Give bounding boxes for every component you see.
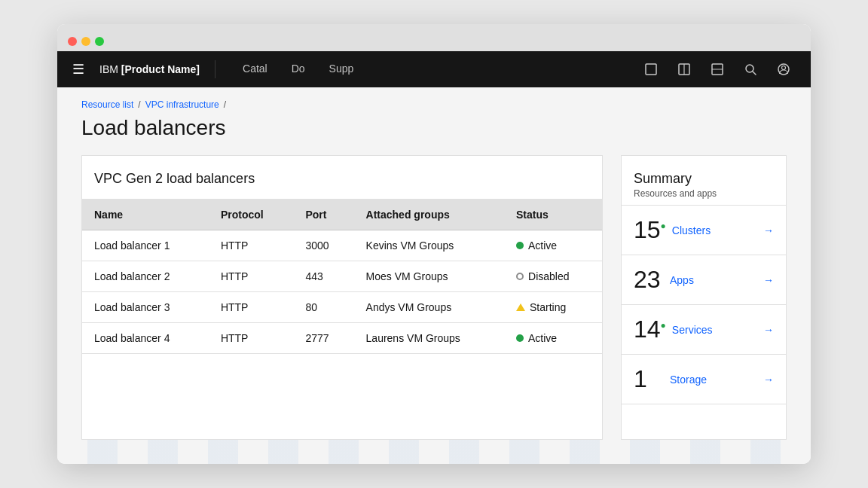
summary-label-clusters[interactable]: Clusters — [672, 224, 757, 236]
breadcrumb-vpc-infra[interactable]: VPC infrastructure — [145, 99, 219, 110]
layout1-icon — [644, 63, 658, 76]
table-body: Load balancer 1 HTTP 3000 Kevins VM Grou… — [82, 230, 602, 354]
status-label: Active — [528, 239, 557, 252]
table-row[interactable]: Load balancer 2 HTTP 443 Moes VM Groups … — [82, 261, 602, 292]
arrow-storage-icon[interactable]: → — [763, 374, 774, 386]
nav-brand: IBM [Product Name] — [99, 63, 200, 75]
summary-count-storage: 1 — [634, 365, 664, 393]
status-dot-active — [516, 242, 524, 249]
nav-link-catalog[interactable]: Catal — [231, 51, 280, 87]
summary-item-storage[interactable]: 1 Storage → — [622, 355, 786, 404]
cell-protocol: HTTP — [209, 230, 294, 261]
summary-item-clusters[interactable]: 15● Clusters → — [622, 206, 786, 255]
col-name: Name — [82, 200, 209, 230]
summary-count-apps: 23 — [634, 266, 664, 294]
page-title: Load balancers — [81, 116, 787, 140]
browser-chrome — [57, 24, 811, 51]
summary-label-apps[interactable]: Apps — [670, 274, 757, 286]
table-row[interactable]: Load balancer 1 HTTP 3000 Kevins VM Grou… — [82, 230, 602, 261]
status-label: Disabled — [528, 270, 569, 282]
search-button[interactable] — [735, 51, 766, 87]
status-dot-disabled — [516, 273, 524, 280]
side-panel: Summary Resources and apps 15● Clusters … — [621, 155, 787, 440]
breadcrumb-sep-2: / — [224, 99, 226, 110]
summary-header: Summary Resources and apps — [622, 156, 786, 206]
table-header: Name Protocol Port Attached groups Statu… — [82, 200, 602, 230]
cell-status: Active — [504, 230, 602, 261]
cell-port: 3000 — [293, 230, 353, 261]
summary-item-services[interactable]: 14● Services → — [622, 305, 786, 355]
cell-port: 80 — [293, 292, 353, 323]
dot-minimize[interactable] — [81, 37, 90, 46]
breadcrumb-resource-list[interactable]: Resource list — [81, 99, 133, 110]
summary-label-services[interactable]: Services — [672, 324, 757, 336]
search-icon — [744, 63, 757, 76]
top-nav: ☰ IBM [Product Name] Catal Do Supp — [57, 51, 811, 87]
main-panel: VPC Gen 2 load balancers Name Protocol P… — [81, 155, 603, 440]
col-protocol: Protocol — [209, 200, 294, 230]
status-label: Starting — [530, 301, 566, 313]
col-port: Port — [293, 200, 353, 230]
summary-item-apps[interactable]: 23 Apps → — [622, 255, 786, 305]
table-row[interactable]: Load balancer 3 HTTP 80 Andys VM Groups … — [82, 292, 602, 323]
arrow-apps-icon[interactable]: → — [763, 274, 774, 286]
svg-rect-0 — [646, 64, 656, 75]
layout2-button[interactable] — [669, 51, 699, 87]
nav-actions — [636, 51, 799, 87]
status-starting-3: Starting — [516, 301, 566, 313]
cell-groups: Moes VM Groups — [354, 261, 504, 292]
dot-close[interactable] — [68, 37, 77, 46]
nav-link-docs[interactable]: Do — [280, 51, 317, 87]
table-row[interactable]: Load balancer 4 HTTP 2777 Laurens VM Gro… — [82, 323, 602, 354]
svg-line-6 — [753, 72, 756, 75]
status-label: Active — [528, 332, 557, 344]
breadcrumb: Resource list / VPC infrastructure / — [81, 99, 787, 110]
cell-name: Load balancer 2 — [82, 261, 209, 292]
cell-protocol: HTTP — [209, 261, 294, 292]
summary-title: Summary — [634, 171, 774, 187]
section-title: VPC Gen 2 load balancers — [82, 156, 602, 200]
cell-groups: Andys VM Groups — [354, 292, 504, 323]
col-groups: Attached groups — [354, 200, 504, 230]
status-dot-clusters: ● — [661, 221, 666, 231]
col-status: Status — [504, 200, 602, 230]
hamburger-menu-button[interactable]: ☰ — [69, 58, 87, 81]
cell-name: Load balancer 4 — [82, 323, 209, 354]
layout3-button[interactable] — [702, 51, 732, 87]
load-balancers-table: Name Protocol Port Attached groups Statu… — [82, 200, 602, 354]
status-active-1: Active — [516, 239, 557, 252]
arrow-services-icon[interactable]: → — [763, 324, 774, 336]
main-content: Resource list / VPC infrastructure / Loa… — [57, 87, 811, 464]
summary-count-services: 14● — [634, 316, 666, 343]
cell-protocol: HTTP — [209, 323, 294, 354]
nav-links: Catal Do Supp — [231, 51, 636, 87]
layout2-icon — [677, 63, 691, 76]
cell-port: 2777 — [293, 323, 353, 354]
layout1-button[interactable] — [636, 51, 666, 87]
svg-point-8 — [782, 66, 786, 70]
breadcrumb-sep-1: / — [138, 99, 140, 110]
dot-maximize[interactable] — [95, 37, 104, 46]
cell-status: Starting — [504, 292, 602, 323]
cell-name: Load balancer 3 — [82, 292, 209, 323]
layout3-icon — [711, 63, 724, 76]
content-area: VPC Gen 2 load balancers Name Protocol P… — [57, 155, 811, 464]
cell-groups: Laurens VM Groups — [354, 323, 504, 354]
cell-name: Load balancer 1 — [82, 230, 209, 261]
summary-count-clusters: 15● — [634, 216, 666, 244]
status-dot-starting — [516, 303, 525, 311]
summary-label-storage[interactable]: Storage — [670, 374, 757, 386]
status-active-4: Active — [516, 332, 557, 344]
cell-status: Disabled — [504, 261, 602, 292]
summary-subtitle: Resources and apps — [634, 188, 774, 199]
user-button[interactable] — [769, 51, 799, 87]
arrow-clusters-icon[interactable]: → — [763, 224, 774, 236]
nav-link-support[interactable]: Supp — [317, 51, 366, 87]
user-icon — [777, 63, 790, 76]
status-dot-active — [516, 334, 524, 342]
browser-window: ☰ IBM [Product Name] Catal Do Supp — [57, 24, 811, 464]
status-disabled-2: Disabled — [516, 270, 569, 282]
page-header: Resource list / VPC infrastructure / Loa… — [57, 87, 811, 155]
cell-groups: Kevins VM Groups — [354, 230, 504, 261]
status-dot-services: ● — [661, 320, 666, 331]
